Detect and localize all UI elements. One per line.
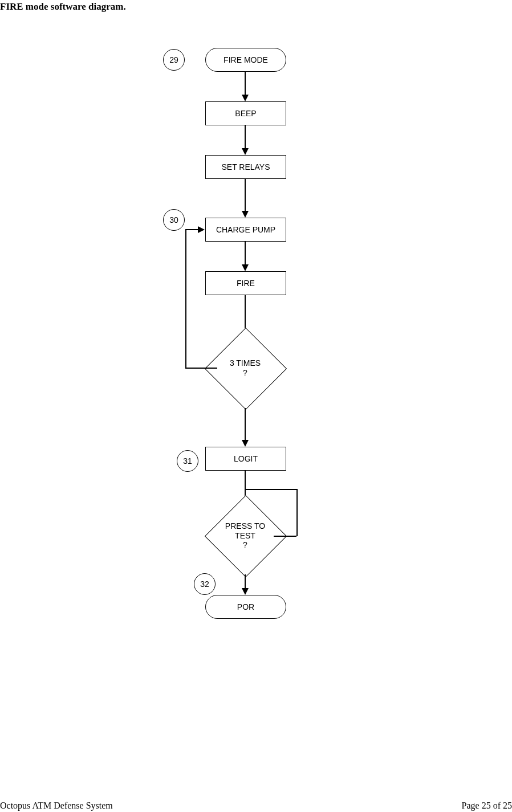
ref-29: 29 [163, 49, 185, 71]
node-set-relays: SET RELAYS [205, 155, 286, 179]
ref-31: 31 [177, 450, 198, 472]
node-charge-pump: CHARGE PUMP [205, 218, 286, 242]
node-beep: BEEP [205, 101, 286, 125]
ref-30: 30 [163, 209, 185, 231]
node-logit: LOGIT [205, 447, 286, 471]
ref-32: 32 [194, 573, 216, 595]
page-title: FIRE mode software diagram. [0, 1, 126, 13]
footer-page: Page 25 of 25 [462, 801, 512, 811]
footer-line1: Octopus ATM Defense System [0, 801, 120, 811]
node-3-times: 3 TIMES ? [205, 328, 285, 408]
node-por: POR [205, 595, 286, 619]
node-fire: FIRE [205, 271, 286, 295]
flowchart-container: 29 30 31 32 FIRE MODE BEEP SET RELAYS CH… [160, 46, 342, 615]
node-fire-mode: FIRE MODE [205, 48, 286, 72]
node-press-to-test: PRESS TO TEST ? [205, 496, 285, 576]
